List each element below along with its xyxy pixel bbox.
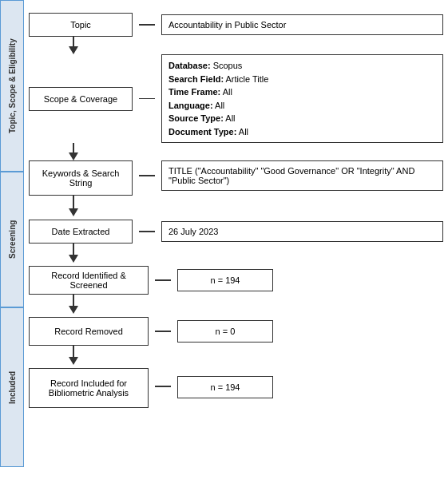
date-label: Date Extracted [52, 227, 110, 236]
section-topic-label: Topic, Scope & Eligibility [0, 0, 24, 172]
scope-row: Scope & Coverage Database: Scopus Search… [29, 54, 443, 143]
scope-doc: Document Type: All [168, 125, 436, 139]
record-included-box: Record Included for Bibliometric Analysi… [29, 368, 149, 408]
record-screened-row: Record Identified & Screened n = 194 [29, 266, 443, 295]
included-connector [155, 386, 171, 387]
record-removed-box: Record Removed [29, 317, 149, 346]
record-removed-row: Record Removed n = 0 [29, 317, 443, 346]
keywords-box: Keywords & Search String [29, 160, 133, 196]
screened-connector [155, 279, 171, 281]
scope-database: Database: Scopus [168, 59, 436, 73]
record-included-right-box: n = 194 [177, 376, 273, 398]
date-connector [139, 231, 155, 232]
date-row: Date Extracted 26 July 2023 [29, 220, 443, 244]
section-screening-label: Screening [0, 172, 24, 307]
keywords-label: Keywords & Search String [36, 168, 125, 188]
date-right-label: 26 July 2023 [168, 227, 218, 236]
scope-field: Search Field: Article Title [168, 73, 436, 86]
record-screened-box: Record Identified & Screened [29, 266, 149, 295]
keywords-row: Keywords & Search String TITLE ("Account… [29, 160, 443, 196]
topic-right-box: Accountability in Public Sector [161, 14, 443, 35]
keywords-connector [139, 175, 155, 176]
topic-right-label: Accountability in Public Sector [168, 20, 286, 30]
record-included-row: Record Included for Bibliometric Analysi… [29, 368, 443, 408]
record-screened-right-label: n = 194 [210, 275, 240, 285]
topic-label: Topic [70, 20, 91, 30]
date-right-box: 26 July 2023 [161, 221, 443, 242]
sidebar: Topic, Scope & Eligibility Screening Inc… [0, 0, 24, 491]
record-included-label: Record Included for Bibliometric Analysi… [36, 378, 141, 398]
keywords-right-box: TITLE ("Accountability" "Good Governance… [161, 160, 443, 191]
keywords-right-label: TITLE ("Accountability" "Good Governance… [168, 166, 414, 185]
section-included-label: Included [0, 307, 24, 467]
record-removed-right-label: n = 0 [216, 327, 236, 336]
record-removed-right-box: n = 0 [177, 320, 273, 343]
scope-connector [139, 98, 155, 100]
record-screened-label: Record Identified & Screened [36, 271, 141, 290]
scope-label: Scope & Coverage [44, 94, 117, 104]
topic-connector [139, 24, 155, 26]
topic-box: Topic [29, 13, 133, 37]
arrow3 [29, 196, 443, 216]
record-included-right-label: n = 194 [210, 382, 240, 392]
arrow5 [29, 295, 443, 314]
arrow6 [29, 346, 443, 365]
arrow1 [29, 37, 443, 54]
topic-row: Topic Accountability in Public Sector [29, 13, 443, 37]
record-removed-label: Record Removed [54, 327, 123, 336]
scope-time: Time Frame: All [168, 85, 436, 99]
date-box: Date Extracted [29, 220, 133, 244]
arrow4 [29, 244, 443, 263]
scope-source: Source Type: All [168, 112, 436, 125]
arrow2 [29, 143, 443, 160]
scope-lang: Language: All [168, 99, 436, 113]
record-screened-right-box: n = 194 [177, 269, 273, 291]
scope-box: Scope & Coverage [29, 87, 133, 111]
main-content: Topic Accountability in Public Sector Sc… [24, 0, 448, 491]
scope-info-box: Database: Scopus Search Field: Article T… [161, 54, 443, 143]
removed-connector [155, 331, 171, 332]
